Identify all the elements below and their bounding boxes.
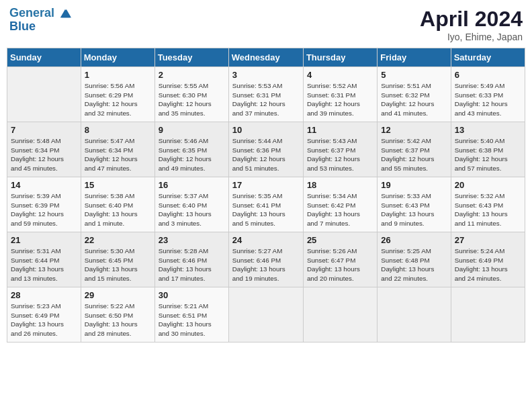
day-number: 29 — [85, 290, 151, 300]
location-subtitle: Iyo, Ehime, Japan — [420, 32, 523, 42]
day-info: Sunrise: 5:31 AM Sunset: 6:44 PM Dayligh… — [11, 246, 77, 283]
calendar-cell: 14Sunrise: 5:39 AM Sunset: 6:39 PM Dayli… — [7, 177, 81, 232]
calendar-cell: 6Sunrise: 5:49 AM Sunset: 6:33 PM Daylig… — [451, 67, 525, 122]
calendar-cell: 20Sunrise: 5:32 AM Sunset: 6:43 PM Dayli… — [451, 177, 525, 232]
day-info: Sunrise: 5:40 AM Sunset: 6:38 PM Dayligh… — [455, 136, 521, 173]
calendar-cell: 25Sunrise: 5:26 AM Sunset: 6:47 PM Dayli… — [303, 232, 377, 287]
day-number: 1 — [85, 70, 151, 80]
calendar-week-row: 21Sunrise: 5:31 AM Sunset: 6:44 PM Dayli… — [7, 232, 525, 287]
day-number: 11 — [307, 125, 373, 135]
calendar-week-row: 28Sunrise: 5:23 AM Sunset: 6:49 PM Dayli… — [7, 287, 525, 342]
calendar-cell: 1Sunrise: 5:56 AM Sunset: 6:29 PM Daylig… — [81, 67, 154, 122]
day-info: Sunrise: 5:47 AM Sunset: 6:34 PM Dayligh… — [85, 136, 151, 173]
calendar-week-row: 7Sunrise: 5:48 AM Sunset: 6:34 PM Daylig… — [7, 122, 525, 177]
day-number: 13 — [455, 125, 521, 135]
calendar-cell: 8Sunrise: 5:47 AM Sunset: 6:34 PM Daylig… — [81, 122, 154, 177]
header-cell-tuesday: Tuesday — [154, 48, 228, 67]
header-cell-friday: Friday — [378, 48, 451, 67]
day-info: Sunrise: 5:38 AM Sunset: 6:40 PM Dayligh… — [85, 191, 151, 228]
calendar-cell — [303, 287, 377, 342]
day-number: 4 — [307, 70, 373, 80]
calendar-week-row: 1Sunrise: 5:56 AM Sunset: 6:29 PM Daylig… — [7, 67, 525, 122]
day-number: 25 — [307, 235, 373, 245]
calendar-cell: 30Sunrise: 5:21 AM Sunset: 6:51 PM Dayli… — [154, 287, 228, 342]
day-number: 12 — [381, 125, 447, 135]
calendar-cell: 15Sunrise: 5:38 AM Sunset: 6:40 PM Dayli… — [81, 177, 154, 232]
day-number: 10 — [232, 125, 300, 135]
day-info: Sunrise: 5:37 AM Sunset: 6:40 PM Dayligh… — [159, 191, 225, 228]
day-info: Sunrise: 5:39 AM Sunset: 6:39 PM Dayligh… — [11, 191, 77, 228]
day-info: Sunrise: 5:51 AM Sunset: 6:32 PM Dayligh… — [381, 81, 447, 118]
day-number: 5 — [381, 70, 447, 80]
day-number: 3 — [232, 70, 300, 80]
month-title: April 2024 — [420, 7, 523, 32]
day-info: Sunrise: 5:25 AM Sunset: 6:48 PM Dayligh… — [381, 246, 447, 283]
day-number: 24 — [232, 235, 300, 245]
day-number: 23 — [159, 235, 225, 245]
day-info: Sunrise: 5:46 AM Sunset: 6:35 PM Dayligh… — [159, 136, 225, 173]
calendar-cell: 11Sunrise: 5:43 AM Sunset: 6:37 PM Dayli… — [303, 122, 377, 177]
calendar-cell: 2Sunrise: 5:55 AM Sunset: 6:30 PM Daylig… — [154, 67, 228, 122]
day-number: 2 — [159, 70, 225, 80]
calendar-cell: 3Sunrise: 5:53 AM Sunset: 6:31 PM Daylig… — [228, 67, 303, 122]
logo-blue: Blue — [9, 20, 71, 34]
calendar-cell — [378, 287, 451, 342]
day-info: Sunrise: 5:56 AM Sunset: 6:29 PM Dayligh… — [85, 81, 151, 118]
calendar-cell: 13Sunrise: 5:40 AM Sunset: 6:38 PM Dayli… — [451, 122, 525, 177]
day-number: 15 — [85, 180, 151, 190]
title-block: April 2024 Iyo, Ehime, Japan — [420, 7, 523, 42]
day-info: Sunrise: 5:28 AM Sunset: 6:46 PM Dayligh… — [159, 246, 225, 283]
calendar-cell: 24Sunrise: 5:27 AM Sunset: 6:46 PM Dayli… — [228, 232, 303, 287]
calendar-cell: 17Sunrise: 5:35 AM Sunset: 6:41 PM Dayli… — [228, 177, 303, 232]
calendar-cell: 5Sunrise: 5:51 AM Sunset: 6:32 PM Daylig… — [378, 67, 451, 122]
day-number: 17 — [232, 180, 300, 190]
calendar-week-row: 14Sunrise: 5:39 AM Sunset: 6:39 PM Dayli… — [7, 177, 525, 232]
day-info: Sunrise: 5:23 AM Sunset: 6:49 PM Dayligh… — [11, 302, 77, 338]
day-number: 20 — [455, 180, 521, 190]
day-number: 28 — [11, 290, 77, 300]
calendar-cell: 16Sunrise: 5:37 AM Sunset: 6:40 PM Dayli… — [154, 177, 228, 232]
page-header: General Blue April 2024 Iyo, Ehime, Japa… — [7, 7, 525, 42]
calendar-cell: 22Sunrise: 5:30 AM Sunset: 6:45 PM Dayli… — [81, 232, 154, 287]
logo: General Blue — [9, 7, 71, 34]
calendar-table: SundayMondayTuesdayWednesdayThursdayFrid… — [7, 48, 525, 342]
day-info: Sunrise: 5:30 AM Sunset: 6:45 PM Dayligh… — [85, 246, 151, 283]
day-info: Sunrise: 5:48 AM Sunset: 6:34 PM Dayligh… — [11, 136, 77, 173]
logo-text: General — [9, 7, 71, 20]
day-number: 30 — [159, 290, 225, 300]
calendar-cell: 12Sunrise: 5:42 AM Sunset: 6:37 PM Dayli… — [378, 122, 451, 177]
day-number: 26 — [381, 235, 447, 245]
day-info: Sunrise: 5:21 AM Sunset: 6:51 PM Dayligh… — [159, 302, 225, 338]
calendar-cell: 10Sunrise: 5:44 AM Sunset: 6:36 PM Dayli… — [228, 122, 303, 177]
day-info: Sunrise: 5:42 AM Sunset: 6:37 PM Dayligh… — [381, 136, 447, 173]
day-number: 18 — [307, 180, 373, 190]
calendar-cell: 28Sunrise: 5:23 AM Sunset: 6:49 PM Dayli… — [7, 287, 81, 342]
day-number: 14 — [11, 180, 77, 190]
day-info: Sunrise: 5:52 AM Sunset: 6:31 PM Dayligh… — [307, 81, 373, 118]
calendar-cell: 27Sunrise: 5:24 AM Sunset: 6:49 PM Dayli… — [451, 232, 525, 287]
day-number: 9 — [159, 125, 225, 135]
day-info: Sunrise: 5:32 AM Sunset: 6:43 PM Dayligh… — [455, 191, 521, 228]
day-number: 7 — [11, 125, 77, 135]
day-info: Sunrise: 5:44 AM Sunset: 6:36 PM Dayligh… — [232, 136, 300, 173]
header-cell-wednesday: Wednesday — [228, 48, 303, 67]
calendar-header-row: SundayMondayTuesdayWednesdayThursdayFrid… — [7, 48, 525, 67]
calendar-cell: 9Sunrise: 5:46 AM Sunset: 6:35 PM Daylig… — [154, 122, 228, 177]
header-cell-saturday: Saturday — [451, 48, 525, 67]
day-info: Sunrise: 5:49 AM Sunset: 6:33 PM Dayligh… — [455, 81, 521, 118]
day-number: 8 — [85, 125, 151, 135]
calendar-cell: 7Sunrise: 5:48 AM Sunset: 6:34 PM Daylig… — [7, 122, 81, 177]
day-number: 21 — [11, 235, 77, 245]
calendar-body: 1Sunrise: 5:56 AM Sunset: 6:29 PM Daylig… — [7, 67, 525, 342]
day-number: 6 — [455, 70, 521, 80]
header-cell-sunday: Sunday — [7, 48, 81, 67]
day-info: Sunrise: 5:34 AM Sunset: 6:42 PM Dayligh… — [307, 191, 373, 228]
calendar-cell — [7, 67, 81, 122]
header-cell-thursday: Thursday — [303, 48, 377, 67]
calendar-cell: 29Sunrise: 5:22 AM Sunset: 6:50 PM Dayli… — [81, 287, 154, 342]
header-cell-monday: Monday — [81, 48, 154, 67]
day-info: Sunrise: 5:22 AM Sunset: 6:50 PM Dayligh… — [85, 302, 151, 338]
calendar-cell: 26Sunrise: 5:25 AM Sunset: 6:48 PM Dayli… — [378, 232, 451, 287]
day-info: Sunrise: 5:24 AM Sunset: 6:49 PM Dayligh… — [455, 246, 521, 283]
calendar-cell — [228, 287, 303, 342]
